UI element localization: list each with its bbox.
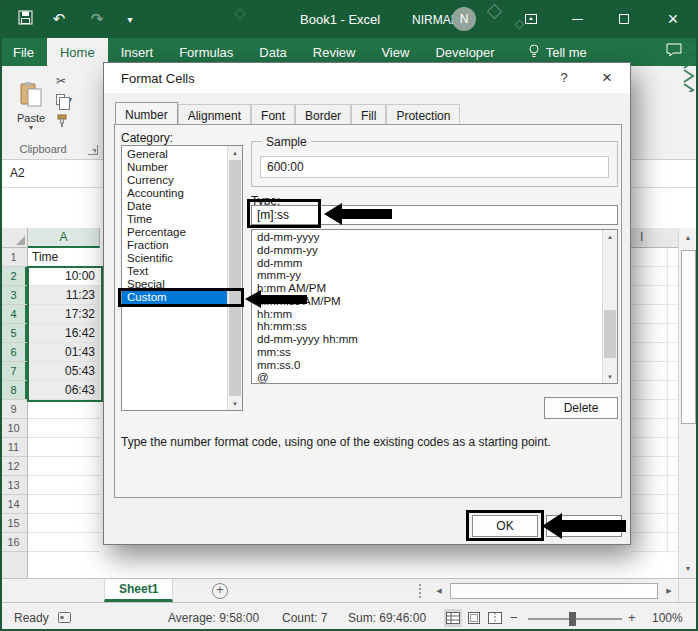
cell[interactable]: 06:43: [28, 381, 100, 400]
format-code-item[interactable]: @: [252, 371, 602, 384]
category-item[interactable]: Text: [122, 265, 227, 278]
row-header[interactable]: 7: [0, 362, 27, 381]
horizontal-scrollbar-thumb[interactable]: [450, 583, 658, 599]
paste-button[interactable]: Paste ▾: [8, 70, 54, 142]
cell[interactable]: [28, 400, 100, 419]
cell[interactable]: [631, 457, 678, 476]
cell[interactable]: Time: [28, 248, 100, 267]
category-item[interactable]: Fraction: [122, 239, 227, 252]
new-sheet-button[interactable]: +: [212, 583, 228, 599]
format-code-item[interactable]: dd-mmm: [252, 257, 602, 270]
scrollbar-thumb[interactable]: [229, 160, 241, 396]
row-header[interactable]: 14: [0, 495, 27, 514]
scroll-down-button[interactable]: ▼: [678, 559, 698, 578]
format-code-item[interactable]: mm:ss: [252, 346, 602, 359]
cell[interactable]: [631, 248, 678, 267]
cell[interactable]: 11:23: [28, 286, 100, 305]
cell[interactable]: [28, 495, 100, 514]
cell[interactable]: 16:42: [28, 324, 100, 343]
page-break-view-button[interactable]: [486, 609, 504, 627]
format-code-item[interactable]: h:mm AM/PM: [252, 282, 602, 295]
ok-button[interactable]: OK: [472, 515, 538, 537]
undo-button[interactable]: ↶: [46, 0, 72, 38]
cell[interactable]: [631, 362, 678, 381]
dialog-help-button[interactable]: ?: [554, 70, 574, 85]
category-scrollbar[interactable]: ▲ ▼: [227, 146, 242, 410]
row-header[interactable]: 4: [0, 305, 27, 324]
customize-qat-button[interactable]: ▾: [120, 0, 140, 38]
row-header[interactable]: 8: [0, 381, 27, 400]
column-header-a[interactable]: A: [28, 228, 100, 248]
cell[interactable]: 10:00: [28, 267, 100, 286]
select-all-corner[interactable]: [0, 228, 28, 248]
page-layout-view-button[interactable]: [465, 609, 483, 627]
format-code-item[interactable]: mmm-yy: [252, 269, 602, 282]
category-item[interactable]: Number: [122, 161, 227, 174]
up-arrow-icon[interactable]: ▲: [603, 230, 617, 243]
window-close-button[interactable]: ×: [652, 0, 694, 38]
clipboard-dialog-launcher-icon[interactable]: [88, 145, 98, 155]
dialog-tab[interactable]: Fill: [351, 104, 386, 124]
cancel-button[interactable]: Cancel: [546, 515, 622, 537]
down-arrow-icon[interactable]: ▼: [228, 397, 242, 410]
category-item[interactable]: Scientific: [122, 252, 227, 265]
row-header[interactable]: 12: [0, 457, 27, 476]
row-header[interactable]: 15: [0, 514, 27, 533]
save-button[interactable]: [12, 0, 38, 38]
column-header-i[interactable]: I: [631, 228, 678, 248]
dialog-tab[interactable]: Border: [295, 104, 351, 124]
cell[interactable]: [631, 343, 678, 362]
cell[interactable]: 01:43: [28, 343, 100, 362]
format-codes-scrollbar[interactable]: ▲ ▼: [602, 230, 617, 383]
cell[interactable]: 05:43: [28, 362, 100, 381]
format-code-item[interactable]: dd-mmm-yy: [252, 244, 602, 257]
row-header[interactable]: 10: [0, 419, 27, 438]
cell[interactable]: [631, 324, 678, 343]
tab-scroll-splitter[interactable]: [419, 584, 421, 598]
account-name[interactable]: NIRMAL: [412, 13, 457, 27]
row-header[interactable]: 6: [0, 343, 27, 362]
category-item[interactable]: Time: [122, 213, 227, 226]
ribbon-tab[interactable]: Home: [47, 38, 108, 66]
cell[interactable]: [631, 419, 678, 438]
cell[interactable]: [631, 381, 678, 400]
row-header[interactable]: 2: [0, 267, 27, 286]
ribbon-tab[interactable]: File: [0, 38, 47, 66]
category-item[interactable]: Percentage: [122, 226, 227, 239]
scroll-left-button[interactable]: ◀: [430, 581, 448, 601]
down-arrow-icon[interactable]: ▼: [603, 370, 617, 383]
copy-button[interactable]: ▾: [56, 94, 72, 105]
format-code-item[interactable]: dd-mm-yyyy: [252, 231, 602, 244]
type-input[interactable]: [251, 205, 618, 225]
cell[interactable]: [28, 438, 100, 457]
dialog-close-button[interactable]: ×: [594, 66, 620, 90]
category-item[interactable]: Accounting: [122, 187, 227, 200]
row-header[interactable]: 3: [0, 286, 27, 305]
normal-view-button[interactable]: [444, 609, 462, 627]
cell[interactable]: [631, 495, 678, 514]
zoom-level[interactable]: 100%: [652, 611, 683, 625]
cell[interactable]: [28, 533, 100, 552]
share-comment-button[interactable]: [666, 38, 682, 66]
ribbon-display-options-button[interactable]: [516, 0, 546, 38]
row-header[interactable]: 11: [0, 438, 27, 457]
row-header[interactable]: 1: [0, 248, 27, 267]
scrollbar-thumb[interactable]: [604, 310, 616, 358]
up-arrow-icon[interactable]: ▲: [228, 146, 242, 159]
cell[interactable]: [631, 286, 678, 305]
cell[interactable]: 17:32: [28, 305, 100, 324]
cell[interactable]: [28, 419, 100, 438]
row-header[interactable]: 13: [0, 476, 27, 495]
dialog-tab[interactable]: Alignment: [178, 104, 251, 124]
zoom-slider-thumb[interactable]: [569, 612, 576, 626]
row-header[interactable]: 9: [0, 400, 27, 419]
category-item[interactable]: Custom: [122, 291, 227, 304]
minimize-button[interactable]: [560, 0, 594, 38]
name-box[interactable]: A2: [0, 160, 103, 187]
category-item[interactable]: Date: [122, 200, 227, 213]
cell[interactable]: [631, 438, 678, 457]
zoom-in-button[interactable]: +: [628, 610, 636, 625]
maximize-button[interactable]: [607, 0, 641, 38]
cut-button[interactable]: ✂: [56, 74, 66, 88]
macro-record-icon[interactable]: [58, 612, 71, 626]
